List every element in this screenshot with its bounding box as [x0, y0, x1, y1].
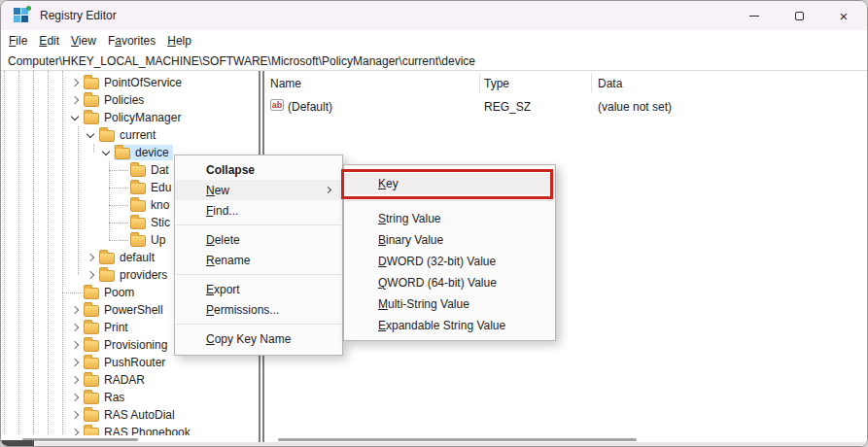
- tree-item-label: Stic: [151, 216, 170, 229]
- submenu-item-key[interactable]: Key: [344, 173, 555, 194]
- chevron-right-icon[interactable]: [69, 427, 82, 436]
- chevron-right-icon[interactable]: [69, 374, 82, 387]
- column-separator[interactable]: [479, 73, 480, 93]
- window-controls: ×: [732, 1, 866, 30]
- chevron-right-icon[interactable]: [69, 392, 82, 404]
- chevron-down-icon[interactable]: [85, 129, 97, 142]
- tree-item-policymanager[interactable]: PolicyManager: [1, 109, 259, 126]
- context-menu-item-delete[interactable]: Delete: [175, 229, 342, 250]
- menu-favorites[interactable]: Favorites: [102, 32, 161, 51]
- list-horizontal-scrollbar[interactable]: [278, 438, 637, 441]
- folder-icon: [84, 305, 99, 317]
- close-icon: ×: [840, 9, 849, 23]
- submenu-item-string-value[interactable]: String Value: [344, 208, 555, 229]
- close-button[interactable]: ×: [821, 1, 866, 30]
- value-type: REG_SZ: [484, 100, 531, 114]
- folder-icon: [84, 393, 99, 404]
- tree-item-pushrouter[interactable]: PushRouter: [1, 354, 259, 371]
- tree-item-label: PointOfService: [104, 76, 182, 89]
- submenu-item-expandable-string-value[interactable]: Expandable String Value: [344, 315, 555, 336]
- tree-item-label: Poom: [104, 286, 134, 299]
- chevron-right-icon[interactable]: [69, 339, 82, 352]
- registry-path: Computer\HKEY_LOCAL_MACHINE\SOFTWARE\Mic…: [8, 54, 475, 68]
- title-bar: Registry Editor ×: [1, 1, 867, 30]
- folder-icon: [84, 375, 99, 387]
- tree-item-label: kno: [151, 198, 169, 212]
- chevron-right-icon[interactable]: [85, 269, 97, 282]
- maximize-button[interactable]: [777, 1, 821, 30]
- chevron-right-icon[interactable]: [69, 357, 82, 369]
- tree-item-label: PolicyManager: [104, 111, 181, 124]
- tree-item-ras[interactable]: Ras: [1, 389, 259, 406]
- folder-icon: [115, 148, 130, 159]
- string-value-icon: ab: [270, 99, 284, 111]
- value-data: (value not set): [598, 100, 672, 114]
- tree-item-label: RAS AutoDial: [104, 408, 175, 422]
- folder-icon: [84, 340, 99, 352]
- folder-icon: [99, 253, 115, 264]
- submenu-item-qword-64-bit-value[interactable]: QWORD (64-bit) Value: [344, 272, 555, 293]
- tree-item-label: Edu: [151, 181, 171, 194]
- value-name: (Default): [288, 100, 332, 114]
- chevron-right-icon[interactable]: [69, 409, 82, 422]
- tree-item-label: RADAR: [104, 373, 145, 387]
- tree-horizontal-scrollbar[interactable]: [22, 438, 138, 441]
- chevron-right-icon[interactable]: [85, 252, 97, 264]
- maximize-icon: [795, 12, 804, 20]
- submenu-item-multi-string-value[interactable]: Multi-String Value: [344, 293, 555, 315]
- context-menu-item-copy-key-name[interactable]: Copy Key Name: [175, 328, 342, 349]
- tree-item-ras-phonebook[interactable]: RAS Phonebook: [1, 424, 259, 435]
- tree-item-ras-autodial[interactable]: RAS AutoDial: [1, 406, 259, 424]
- column-header-data[interactable]: Data: [598, 77, 622, 90]
- tree-item-label: default: [120, 251, 155, 264]
- chevron-right-icon[interactable]: [69, 304, 82, 317]
- column-header-name[interactable]: Name: [270, 77, 301, 90]
- tree-item-pointofservice[interactable]: PointOfService: [1, 74, 259, 91]
- tree-item-policies[interactable]: Policies: [1, 91, 259, 109]
- folder-icon: [84, 323, 99, 334]
- submenu-arrow-icon: [325, 187, 331, 193]
- chevron-right-icon[interactable]: [69, 322, 82, 334]
- folder-icon: [84, 358, 99, 369]
- context-menu: CollapseNewFind...DeleteRenameExportPerm…: [174, 155, 343, 356]
- context-menu-item-rename[interactable]: Rename: [175, 250, 342, 270]
- folder-icon: [84, 428, 99, 435]
- tree-item-label: Provisioning: [104, 338, 167, 352]
- address-bar[interactable]: Computer\HKEY_LOCAL_MACHINE\SOFTWARE\Mic…: [1, 52, 867, 71]
- context-menu-item-collapse[interactable]: Collapse: [175, 159, 342, 180]
- folder-icon: [99, 130, 115, 142]
- tree-item-label: providers: [120, 268, 167, 282]
- menu-separator: [175, 221, 342, 229]
- menu-view[interactable]: View: [65, 32, 102, 51]
- context-menu-item-permissions[interactable]: Permissions...: [175, 299, 342, 320]
- menu-help[interactable]: Help: [161, 32, 197, 51]
- chevron-right-icon[interactable]: [69, 77, 82, 89]
- submenu-item-dword-32-bit-value[interactable]: DWORD (32-bit) Value: [344, 251, 555, 272]
- column-separator[interactable]: [591, 73, 592, 93]
- context-menu-item-new[interactable]: New: [175, 180, 342, 200]
- chevron-down-icon[interactable]: [100, 147, 113, 159]
- folder-icon: [130, 218, 146, 229]
- value-row-default[interactable]: ab(Default)REG_SZ(value not set): [264, 96, 867, 114]
- tree-item-label: PowerShell: [104, 303, 163, 317]
- menu-separator: [175, 270, 342, 279]
- minimize-button[interactable]: [732, 1, 777, 30]
- context-menu-item-find[interactable]: Find...: [175, 200, 342, 221]
- tree-item-label: Dat: [151, 163, 169, 177]
- tree-item-label: Ras: [104, 391, 124, 404]
- tree-item-radar[interactable]: RADAR: [1, 371, 259, 389]
- folder-icon: [130, 235, 146, 247]
- menu-bar: FileEditViewFavoritesHelp: [1, 30, 867, 52]
- column-header-type[interactable]: Type: [484, 77, 509, 90]
- tree-item-label: PushRouter: [104, 356, 165, 369]
- menu-edit[interactable]: Edit: [33, 32, 65, 51]
- chevron-right-icon[interactable]: [69, 94, 82, 107]
- tree-item-current[interactable]: current: [1, 126, 259, 144]
- menu-file[interactable]: File: [3, 32, 33, 51]
- folder-icon: [130, 183, 146, 194]
- menu-separator: [344, 194, 555, 208]
- minimize-icon: [749, 16, 759, 17]
- context-menu-item-export[interactable]: Export: [175, 279, 342, 299]
- chevron-down-icon[interactable]: [69, 112, 82, 124]
- submenu-item-binary-value[interactable]: Binary Value: [344, 229, 555, 251]
